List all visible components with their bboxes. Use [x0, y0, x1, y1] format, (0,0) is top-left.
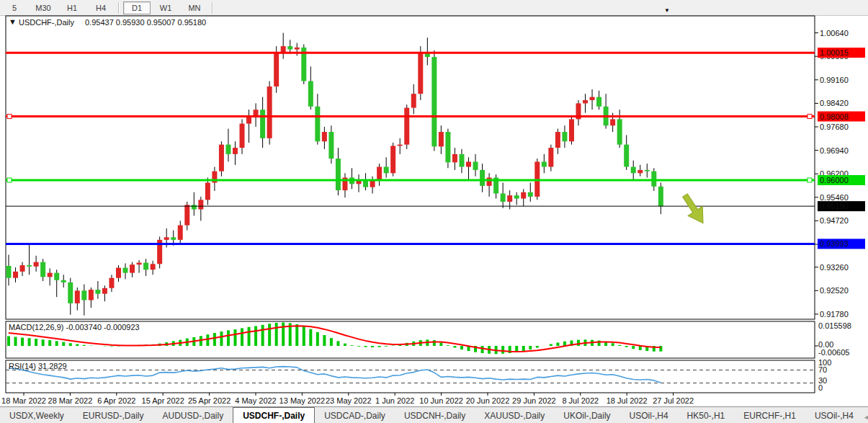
candle-body[interactable]: [123, 268, 128, 273]
candle-body[interactable]: [590, 97, 595, 100]
candle-body[interactable]: [13, 272, 18, 278]
candle-body[interactable]: [34, 262, 39, 267]
candle-body[interactable]: [198, 200, 203, 209]
candle-body[interactable]: [480, 170, 485, 186]
candle-body[interactable]: [274, 53, 279, 86]
candle-body[interactable]: [171, 237, 176, 240]
candle-body[interactable]: [452, 154, 457, 162]
symbol-tab-eurusd-daily[interactable]: EURUSD-,Daily: [73, 409, 153, 423]
candle-body[interactable]: [295, 48, 300, 50]
symbol-tab-usdchf-daily[interactable]: USDCHF-,Daily: [233, 407, 315, 423]
candle-body[interactable]: [281, 46, 286, 53]
candle-body[interactable]: [466, 161, 471, 166]
symbol-tab-hk50-h1[interactable]: HK50-,H1: [678, 409, 735, 423]
candle-body[interactable]: [336, 159, 341, 190]
candle-body[interactable]: [184, 205, 189, 225]
hline-handle[interactable]: [7, 178, 12, 182]
candle-body[interactable]: [254, 110, 259, 116]
symbol-tab-audusd-daily[interactable]: AUDUSD-,Daily: [153, 409, 233, 423]
candle-body[interactable]: [521, 192, 526, 199]
candle-body[interactable]: [109, 278, 114, 288]
candle-body[interactable]: [178, 226, 183, 240]
candle-body[interactable]: [514, 195, 519, 198]
tabs-scroll-left-icon[interactable]: ◄: [863, 414, 868, 421]
candle-body[interactable]: [75, 290, 80, 303]
candle-body[interactable]: [328, 132, 334, 159]
candle-body[interactable]: [308, 81, 313, 107]
candle-body[interactable]: [583, 100, 588, 103]
candle-body[interactable]: [54, 273, 59, 280]
candle-body[interactable]: [40, 262, 45, 277]
candle-body[interactable]: [81, 290, 86, 300]
candle-body[interactable]: [322, 132, 327, 141]
hline-handle[interactable]: [7, 115, 12, 119]
candle-body[interactable]: [205, 183, 210, 200]
candle-body[interactable]: [569, 119, 574, 141]
candle-body[interactable]: [287, 46, 292, 49]
candle-body[interactable]: [610, 119, 615, 125]
candle-body[interactable]: [507, 195, 512, 202]
candle-body[interactable]: [370, 181, 375, 187]
candle-body[interactable]: [116, 268, 121, 278]
candle-body[interactable]: [20, 265, 25, 272]
candle-body[interactable]: [240, 124, 245, 148]
candle-body[interactable]: [315, 107, 320, 141]
candle-body[interactable]: [219, 145, 224, 172]
candle-body[interactable]: [390, 146, 395, 173]
symbol-tab-usoil-h4[interactable]: USOil-,H4: [805, 409, 863, 423]
candle-body[interactable]: [233, 148, 238, 154]
candle-body[interactable]: [651, 172, 656, 187]
symbol-tab-usdx-weekly[interactable]: USDX,Weekly: [0, 409, 73, 423]
candle-body[interactable]: [404, 108, 409, 145]
candle-body[interactable]: [377, 166, 382, 180]
candle-body[interactable]: [645, 170, 650, 172]
symbol-dropdown-icon[interactable]: ▼: [9, 17, 17, 26]
candle-body[interactable]: [555, 132, 560, 148]
candle-body[interactable]: [542, 161, 547, 166]
candle-body[interactable]: [431, 57, 437, 146]
candle-body[interactable]: [48, 273, 53, 277]
candle-body[interactable]: [95, 290, 100, 294]
candle-body[interactable]: [473, 161, 478, 169]
candle-body[interactable]: [548, 148, 553, 166]
symbol-tab-eurchf-h1[interactable]: EURCHF-,H1: [734, 409, 805, 423]
candle-body[interactable]: [102, 288, 107, 294]
candle-body[interactable]: [61, 280, 66, 282]
candle-body[interactable]: [260, 110, 265, 138]
candle-body[interactable]: [445, 132, 450, 162]
symbol-tab-usdcnh-daily[interactable]: USDCNH-,Daily: [395, 409, 475, 423]
candle-body[interactable]: [267, 86, 272, 138]
hline-handle[interactable]: [807, 178, 812, 182]
candle-body[interactable]: [624, 145, 629, 167]
candle-body[interactable]: [68, 282, 73, 303]
candle-body[interactable]: [459, 154, 464, 167]
candle-body[interactable]: [143, 263, 148, 270]
candle-body[interactable]: [658, 187, 663, 206]
candle-body[interactable]: [411, 94, 416, 107]
candle-body[interactable]: [225, 145, 231, 154]
candle-body[interactable]: [192, 205, 197, 209]
candle-body[interactable]: [418, 53, 423, 94]
candle-body[interactable]: [6, 266, 12, 278]
candle-body[interactable]: [562, 132, 567, 141]
candle-body[interactable]: [89, 290, 94, 300]
candle-body[interactable]: [398, 145, 403, 146]
symbol-tab-usoil-h4[interactable]: USOil-,H4: [620, 409, 678, 423]
candle-body[interactable]: [151, 264, 156, 270]
symbol-tab-xauusd-daily[interactable]: XAUUSD-,Daily: [475, 409, 554, 423]
candle-body[interactable]: [596, 97, 601, 107]
candle-body[interactable]: [384, 166, 389, 173]
candle-body[interactable]: [27, 265, 32, 267]
candle-body[interactable]: [487, 177, 492, 185]
candle-body[interactable]: [501, 194, 506, 202]
candle-body[interactable]: [164, 237, 169, 240]
symbol-tab-ukoil-daily[interactable]: UKOil-,Daily: [554, 409, 619, 423]
candle-body[interactable]: [631, 166, 636, 173]
candle-body[interactable]: [528, 192, 533, 197]
candle-body[interactable]: [137, 263, 142, 265]
candle-body[interactable]: [617, 119, 622, 144]
symbol-tab-usdcad-daily[interactable]: USDCAD-,Daily: [315, 409, 395, 423]
candle-body[interactable]: [130, 264, 135, 272]
candle-body[interactable]: [637, 170, 643, 173]
hline-handle[interactable]: [807, 115, 812, 119]
